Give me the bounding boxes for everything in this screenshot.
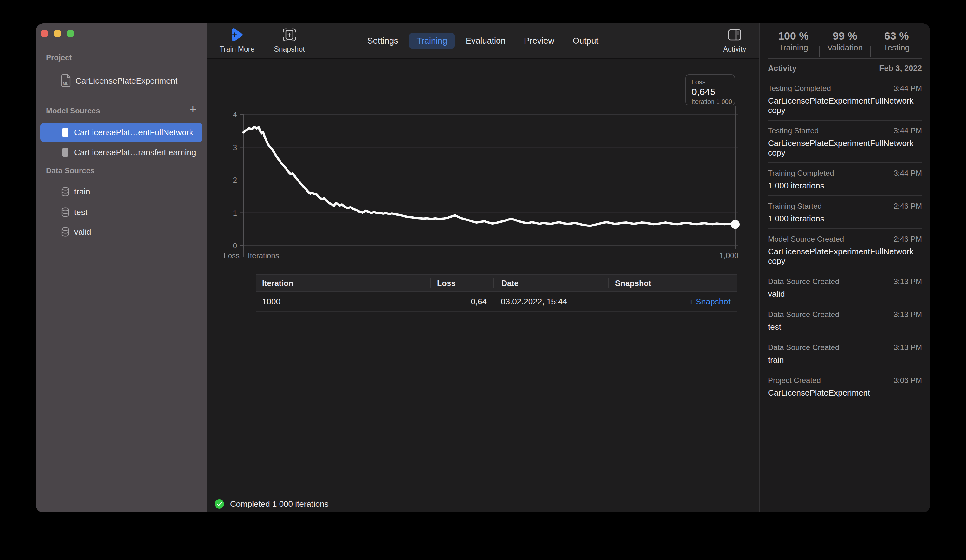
project-section-label: Project	[46, 53, 199, 62]
close-button[interactable]	[41, 30, 48, 38]
status-bar: Completed 1 000 iterations	[207, 495, 759, 513]
sidebar-item-data-source-test[interactable]: test	[40, 202, 202, 222]
tooltip-value: 0,645	[692, 87, 734, 97]
activity-entry: Project Created3:06 PMCarLicensePlateExp…	[768, 370, 922, 403]
add-snapshot-link[interactable]: + Snapshot	[608, 297, 737, 306]
database-icon	[61, 208, 70, 217]
column-header-loss: Loss	[430, 278, 493, 288]
activity-entry-time: 2:46 PM	[894, 235, 922, 244]
main-content: Train More Snapshot Settings Training Ev…	[207, 23, 759, 513]
status-text: Completed 1 000 iterations	[230, 499, 329, 509]
sidebar-item-model-source-transfer[interactable]: CarLicensePlat…ransferLearning	[40, 142, 202, 162]
activity-entry-time: 3:13 PM	[894, 277, 922, 286]
svg-text:0: 0	[233, 241, 237, 250]
activity-entry: Testing Started3:44 PMCarLicensePlateExp…	[768, 121, 922, 163]
activity-header: Activity Feb 3, 2022	[768, 59, 922, 78]
activity-entry-time: 3:44 PM	[894, 169, 922, 178]
activity-entry-body: test	[768, 322, 922, 332]
zoom-button[interactable]	[67, 30, 74, 38]
tooltip-title: Loss	[692, 78, 734, 86]
column-header-iteration: Iteration	[256, 279, 430, 288]
activity-entry-time: 3:13 PM	[894, 343, 922, 352]
activity-panel: 100 % Training 99 % Validation 63 % Test…	[759, 23, 930, 513]
sidebar-item-label: CarLicensePlat…ransferLearning	[74, 147, 196, 157]
activity-entry-time: 3:13 PM	[894, 310, 922, 319]
svg-text:1: 1	[233, 209, 237, 217]
column-header-snapshot: Snapshot	[608, 278, 737, 288]
svg-text:3: 3	[233, 143, 237, 152]
sidebar-item-project[interactable]: ML CarLicensePlateExperiment	[40, 71, 202, 90]
table-row[interactable]: 1000 0,64 03.02.2022, 15:44 + Snapshot	[256, 292, 737, 312]
window-controls	[41, 30, 74, 38]
stat-testing: 63 % Testing	[871, 30, 922, 52]
chart-y-axis	[240, 114, 243, 257]
sidebar-item-data-source-valid[interactable]: valid	[40, 222, 202, 242]
activity-list: Activity Feb 3, 2022 Testing Completed3:…	[768, 59, 922, 403]
tooltip-subtitle: Iteration 1 000	[692, 98, 734, 105]
x-end-tick-label: 1,000	[720, 251, 738, 260]
snapshot-table: Iteration Loss Date Snapshot 1000 0,64 0…	[256, 274, 737, 312]
activity-entry: Data Source Created3:13 PMtest	[768, 305, 922, 337]
activity-entry-time: 3:44 PM	[894, 126, 922, 135]
sidebar-item-label: valid	[74, 227, 91, 237]
table-header-row: Iteration Loss Date Snapshot	[256, 274, 737, 292]
model-sources-section-label: Model Sources +	[46, 106, 199, 115]
activity-entry-label: Data Source Created	[768, 310, 839, 319]
sidebar: Project ML CarLicensePlateExperiment Mod…	[36, 23, 207, 513]
success-check-icon	[214, 499, 224, 509]
x-axis-title: Iterations	[248, 251, 279, 260]
svg-text:ML: ML	[63, 82, 68, 86]
app-window: Project ML CarLicensePlateExperiment Mod…	[36, 23, 930, 513]
activity-entry-time: 3:06 PM	[894, 376, 922, 385]
activity-entry-label: Training Completed	[768, 169, 834, 178]
database-icon	[61, 227, 70, 237]
minimize-button[interactable]	[54, 30, 61, 38]
y-axis-title: Loss	[223, 251, 240, 260]
activity-entry-time: 3:44 PM	[894, 84, 922, 93]
activity-entry-label: Testing Completed	[768, 84, 831, 93]
sidebar-item-label: train	[74, 187, 90, 197]
activity-entry-label: Training Started	[768, 202, 822, 211]
sidebar-item-label: CarLicensePlat…entFullNetwork	[74, 128, 193, 138]
activity-entry-body: 1 000 iterations	[768, 214, 922, 223]
data-sources-section-label: Data Sources	[46, 166, 199, 175]
activity-entry-body: CarLicensePlateExperimentFullNetwork cop…	[768, 96, 922, 115]
activity-entry-body: 1 000 iterations	[768, 181, 922, 190]
activity-entry: Data Source Created3:13 PMvalid	[768, 272, 922, 305]
model-source-icon	[61, 147, 70, 157]
activity-entry: Model Source Created2:46 PMCarLicensePla…	[768, 229, 922, 272]
activity-entry: Testing Completed3:44 PMCarLicensePlateE…	[768, 78, 922, 121]
activity-entry-body: train	[768, 355, 922, 365]
activity-entry-label: Testing Started	[768, 126, 819, 135]
sidebar-item-data-source-train[interactable]: train	[40, 182, 202, 201]
svg-text:2: 2	[233, 176, 237, 184]
loss-tooltip: Loss 0,645 Iteration 1 000	[685, 74, 735, 105]
sidebar-item-label: test	[74, 208, 87, 217]
activity-entry-label: Data Source Created	[768, 277, 839, 286]
loss-chart[interactable]: 4 3 2 1 0 Loss Iterations 1,000	[207, 23, 759, 267]
activity-date: Feb 3, 2022	[879, 64, 922, 73]
sidebar-item-label: CarLicensePlateExperiment	[76, 76, 177, 86]
current-point-marker	[731, 220, 740, 229]
activity-entry-label: Data Source Created	[768, 343, 839, 352]
activity-entry-body: valid	[768, 289, 922, 299]
loss-curve	[243, 127, 735, 226]
activity-entry-body: CarLicensePlateExperimentFullNetwork cop…	[768, 138, 922, 157]
activity-title: Activity	[768, 64, 797, 73]
model-source-icon	[61, 127, 70, 138]
database-icon	[61, 187, 70, 196]
sidebar-item-model-source-fullnetwork[interactable]: CarLicensePlat…entFullNetwork	[40, 123, 202, 142]
cell-iteration: 1000	[256, 297, 430, 306]
cell-loss: 0,64	[430, 297, 493, 306]
add-model-source-button[interactable]: +	[189, 103, 197, 115]
activity-entry-body: CarLicensePlateExperiment	[768, 388, 922, 398]
stat-training: 100 % Training	[768, 30, 819, 52]
accuracy-stats: 100 % Training 99 % Validation 63 % Test…	[760, 23, 930, 59]
stat-validation: 99 % Validation	[820, 30, 871, 52]
activity-entry: Training Started2:46 PM1 000 iterations	[768, 196, 922, 229]
cell-date: 03.02.2022, 15:44	[493, 297, 608, 306]
column-header-date: Date	[493, 278, 608, 288]
chart-gridlines	[243, 115, 738, 246]
activity-entry-label: Model Source Created	[768, 235, 844, 244]
ml-document-icon: ML	[61, 74, 71, 87]
